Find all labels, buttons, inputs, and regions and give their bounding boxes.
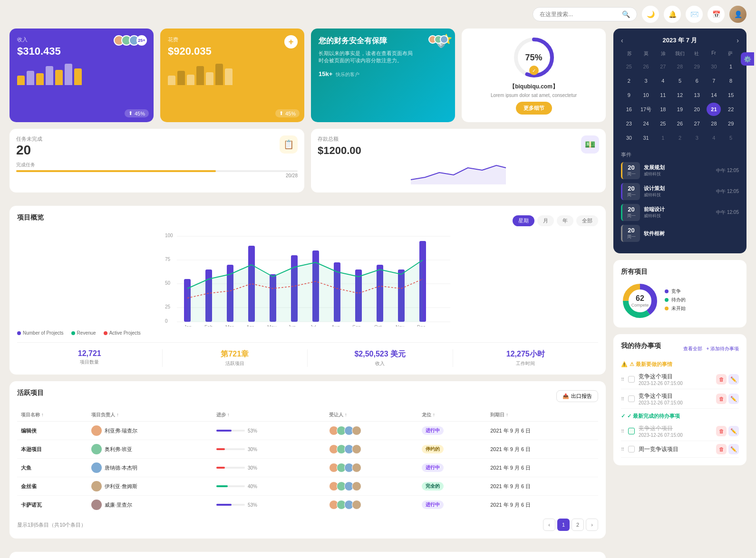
cal-day[interactable]: 30 bbox=[707, 60, 721, 73]
todo-checkbox-2[interactable] bbox=[628, 395, 635, 402]
settings-icon[interactable]: ⚙️ bbox=[741, 52, 754, 66]
todo-content-2: 竞争这个项目 2023-12-26 07:15:00 bbox=[639, 392, 712, 405]
cal-day[interactable]: 29 bbox=[724, 117, 738, 130]
filter-week-button[interactable]: 星期 bbox=[513, 215, 534, 226]
user-avatar[interactable]: 👤 bbox=[729, 6, 746, 23]
col-manager[interactable]: 项目负责人 ↑ bbox=[87, 409, 213, 422]
todo-checkbox-4[interactable] bbox=[628, 446, 635, 452]
cal-day[interactable]: 28 bbox=[673, 60, 687, 73]
cal-day[interactable]: 18 bbox=[656, 103, 670, 116]
edit-todo-2[interactable]: ✏️ bbox=[728, 394, 739, 404]
col-due[interactable]: 到期日 ↑ bbox=[486, 409, 598, 422]
cal-day[interactable]: 15 bbox=[724, 88, 738, 102]
cal-day[interactable]: 2 bbox=[622, 74, 636, 87]
bar-2 bbox=[27, 71, 34, 85]
cal-day[interactable]: 22 bbox=[724, 103, 738, 116]
todo-checkbox-1[interactable] bbox=[628, 376, 635, 383]
delete-todo-1[interactable]: 🗑 bbox=[716, 374, 727, 385]
progress-pct-2: 30% bbox=[248, 465, 257, 471]
cal-day[interactable]: 20 bbox=[690, 103, 704, 116]
mail-icon[interactable]: ✉️ bbox=[686, 6, 703, 23]
prev-page-button[interactable]: ‹ bbox=[543, 519, 555, 531]
cal-day[interactable]: 4 bbox=[656, 74, 670, 87]
cal-day[interactable]: 17号 bbox=[639, 103, 653, 116]
cal-next-button[interactable]: › bbox=[737, 37, 739, 44]
status-badge-4: 进行中 bbox=[422, 500, 444, 509]
cal-day[interactable]: 9 bbox=[622, 88, 636, 102]
cal-day[interactable]: 13 bbox=[690, 88, 704, 102]
cal-day[interactable]: 26 bbox=[673, 117, 687, 130]
cal-day[interactable]: 4 bbox=[707, 131, 721, 144]
security-title: 您的财务安全有保障 bbox=[319, 36, 409, 46]
second-cards-row: 任务未完成 20 📋 完成任务 20/28 存款总额 $1200.00 bbox=[10, 129, 606, 199]
col-name[interactable]: 项目名称 ↑ bbox=[17, 409, 87, 422]
cal-day[interactable]: 16 bbox=[622, 103, 636, 116]
cal-day[interactable]: 27 bbox=[690, 117, 704, 130]
cal-day[interactable]: 26 bbox=[639, 60, 653, 73]
cal-day[interactable]: 5 bbox=[673, 74, 687, 87]
cal-day[interactable]: 25 bbox=[656, 117, 670, 130]
filter-all-button[interactable]: 全部 bbox=[576, 215, 598, 226]
cal-day[interactable]: 25 bbox=[622, 60, 636, 73]
cal-day[interactable]: 5 bbox=[724, 131, 738, 144]
donut-label-compete: 竞争 bbox=[665, 288, 686, 295]
cell-assignee-2 bbox=[325, 459, 418, 477]
col-status[interactable]: 龙位 ↑ bbox=[418, 409, 486, 422]
cal-day[interactable]: 3 bbox=[639, 74, 653, 87]
cal-day[interactable]: 8 bbox=[724, 74, 738, 87]
cal-day[interactable]: 10 bbox=[639, 88, 653, 102]
export-button[interactable]: 📤 出口报告 bbox=[556, 390, 598, 402]
delete-todo-3[interactable]: 🗑 bbox=[716, 426, 727, 436]
progress-container-0 bbox=[216, 430, 245, 432]
tasks-card: 任务未完成 20 📋 完成任务 20/28 bbox=[10, 129, 304, 192]
todo-checkbox-3[interactable] bbox=[628, 428, 635, 434]
event-day-2: 周一 bbox=[626, 213, 636, 219]
calendar-icon[interactable]: 📅 bbox=[708, 6, 725, 23]
filter-month-button[interactable]: 月 bbox=[537, 215, 554, 226]
add-todo-button[interactable]: + 添加待办事项 bbox=[706, 346, 739, 352]
cal-prev-button[interactable]: ‹ bbox=[621, 37, 623, 44]
search-bar[interactable]: 🔍 bbox=[533, 7, 637, 21]
cal-day[interactable]: 3 bbox=[690, 131, 704, 144]
edit-todo-1[interactable]: ✏️ bbox=[728, 374, 739, 385]
cal-day[interactable]: 29 bbox=[690, 60, 704, 73]
cal-day[interactable]: 6 bbox=[690, 74, 704, 87]
cal-day[interactable]: 19 bbox=[673, 103, 687, 116]
bell-icon[interactable]: 🔔 bbox=[664, 6, 681, 23]
cal-day[interactable]: 11 bbox=[656, 88, 670, 102]
search-input[interactable] bbox=[540, 11, 618, 18]
cal-day[interactable]: 30 bbox=[622, 131, 636, 144]
cal-day[interactable]: 1 bbox=[656, 131, 670, 144]
cal-day[interactable]: 27 bbox=[656, 60, 670, 73]
progress-desc: Lorem ipsum dolor sat amet, consectetur bbox=[491, 93, 577, 98]
next-page-button[interactable]: › bbox=[586, 519, 598, 531]
cal-day[interactable]: 28 bbox=[707, 117, 721, 130]
cal-day[interactable]: 24 bbox=[639, 117, 653, 130]
cal-day[interactable]: 1 bbox=[724, 60, 738, 73]
page-2-button[interactable]: 2 bbox=[572, 519, 584, 531]
delete-todo-2[interactable]: 🗑 bbox=[716, 394, 727, 404]
more-details-button[interactable]: 更多细节 bbox=[516, 102, 552, 115]
cell-progress-0: 53% bbox=[213, 422, 325, 440]
page-1-button[interactable]: 1 bbox=[557, 519, 570, 531]
cell-progress-1: 30% bbox=[213, 440, 325, 459]
cal-day[interactable]: 12 bbox=[673, 88, 687, 102]
col-assignee[interactable]: 受让人 ↑ bbox=[325, 409, 418, 422]
add-expense-button[interactable]: + bbox=[284, 35, 298, 48]
manager-avatar-0 bbox=[91, 425, 102, 436]
view-all-todo-button[interactable]: 查看全部 bbox=[683, 346, 702, 352]
edit-todo-3[interactable]: ✏️ bbox=[728, 426, 739, 436]
filter-year-button[interactable]: 年 bbox=[557, 215, 573, 226]
cal-day[interactable]: 31 bbox=[639, 131, 653, 144]
event-date-3: 20 周一 bbox=[621, 225, 640, 242]
cal-day[interactable]: 2 bbox=[673, 131, 687, 144]
exp-bar-2 bbox=[177, 71, 185, 85]
cal-day[interactable]: 23 bbox=[622, 117, 636, 130]
delete-todo-4[interactable]: 🗑 bbox=[716, 444, 727, 454]
cal-day[interactable]: 14 bbox=[707, 88, 721, 102]
cal-day[interactable]: 7 bbox=[707, 74, 721, 87]
cal-day[interactable]: 21 bbox=[707, 103, 721, 116]
edit-todo-4[interactable]: ✏️ bbox=[728, 444, 739, 454]
moon-icon[interactable]: 🌙 bbox=[642, 6, 659, 23]
col-progress[interactable]: 进步 ↑ bbox=[213, 409, 325, 422]
